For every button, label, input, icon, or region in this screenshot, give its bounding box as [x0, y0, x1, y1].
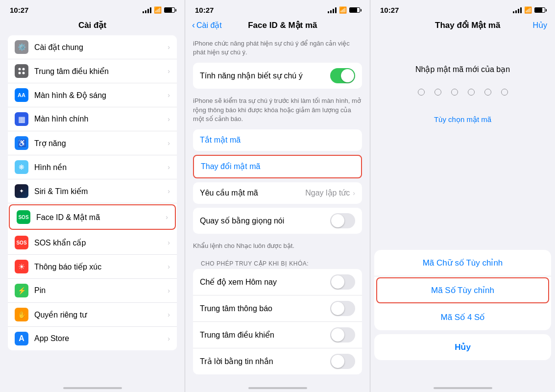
cancel-button[interactable]: Hủy [532, 21, 547, 30]
panel-faceid: 10:27 📶 ‹ Cài đặt Face ID & Mật mã iPhon… [185, 0, 370, 392]
faceid-nav-bar: ‹ Cài đặt Face ID & Mật mã [185, 17, 370, 35]
faceid-label: Face ID & Mật mã [36, 213, 166, 222]
allow-section: Chế độ xem Hôm nay Trung tâm thông báo T… [193, 269, 362, 374]
attention-desc: iPhone sẽ kiểm tra sự chú ý trước khi là… [185, 93, 370, 129]
settings-item-faceid[interactable]: SOS Face ID & Mật mã › [9, 204, 176, 230]
status-icons-2: 📶 [328, 6, 360, 14]
status-time-3: 10:27 [380, 6, 399, 14]
dot-5 [484, 89, 491, 96]
display-icon: AA [15, 88, 28, 102]
exposure-icon: ☀ [15, 260, 28, 273]
faceid-icon: SOS [17, 210, 30, 224]
sos-chevron: › [168, 239, 170, 246]
voice-dial-toggle[interactable] [330, 213, 355, 228]
status-bar-2: 10:27 📶 [185, 0, 370, 17]
status-icons-1: 📶 [143, 6, 175, 14]
back-button[interactable]: ‹ Cài đặt [192, 20, 222, 30]
settings-item-battery[interactable]: ⚡ Pin › [8, 279, 177, 303]
action-cancel-button[interactable]: Hủy [374, 334, 551, 360]
control-chevron: › [168, 67, 170, 75]
exposure-label: Thông báo tiếp xúc [34, 262, 168, 271]
siri-label: Siri & Tìm kiếm [34, 187, 168, 196]
appstore-label: App Store [34, 334, 168, 343]
dot-4 [468, 89, 475, 96]
status-bar-3: 10:27 📶 [370, 0, 555, 17]
signal-icon-1 [143, 7, 151, 13]
passcode-options-link[interactable]: Tùy chọn mật mã [370, 115, 555, 124]
voice-dial-item[interactable]: Quay số bằng giọng nói [193, 208, 362, 234]
passcode-nav: Thay đổi Mật mã Hủy [370, 17, 555, 35]
reply-item[interactable]: Trả lời bằng tin nhắn [193, 348, 362, 374]
settings-item-wallpaper[interactable]: ❋ Hình nền › [8, 155, 177, 179]
settings-item-general[interactable]: ⚙️ Cài đặt chung › [8, 35, 177, 59]
faceid-desc: iPhone chức năng phát hiện sự chú ý để n… [185, 35, 370, 63]
wifi-icon-1: 📶 [154, 6, 162, 14]
siri-chevron: › [168, 187, 170, 195]
settings-item-privacy[interactable]: ✋ Quyền riêng tư › [8, 303, 177, 327]
action-sheet-cancel-container: Hủy [374, 334, 551, 360]
change-passcode-label[interactable]: Thay đổi mật mã [201, 162, 260, 171]
turnoff-label[interactable]: Tắt mật mã [200, 135, 241, 145]
notif-toggle[interactable] [330, 301, 355, 316]
wallpaper-label: Hình nền [34, 163, 168, 172]
turnoff-item[interactable]: Tắt mật mã [193, 129, 362, 151]
settings-item-homescreen[interactable]: ▦ Màn hình chính › [8, 107, 177, 131]
control-toggle[interactable] [330, 327, 355, 343]
battery-icon-3 [534, 7, 545, 13]
passcode-nav-title: Thay đổi Mật mã [435, 20, 500, 30]
wifi-icon-3: 📶 [524, 6, 532, 14]
dot-2 [434, 89, 441, 96]
general-label: Cài đặt chung [34, 43, 168, 52]
accessibility-icon: ♿ [15, 136, 28, 150]
settings-item-display[interactable]: AA Màn hình & Độ sáng › [8, 83, 177, 107]
require-value: Ngay lập tức [305, 188, 350, 197]
display-chevron: › [168, 91, 170, 99]
settings-item-accessibility[interactable]: ♿ Trợ năng › [8, 131, 177, 155]
faceid-title: Face ID & Mật mã [222, 20, 343, 30]
status-bar-1: 10:27 📶 [0, 0, 185, 17]
privacy-label: Quyền riêng tư [34, 310, 168, 319]
signal-icon-2 [328, 7, 337, 13]
status-time-2: 10:27 [195, 6, 214, 14]
require-item[interactable]: Yêu cầu mật mã Ngay lập tức › [193, 182, 362, 204]
voice-note: Khẩu lệnh cho Nhạc luôn được bật. [185, 238, 370, 256]
control-item[interactable]: Trung tâm điều khiển [193, 322, 362, 348]
action-custom-num[interactable]: Mã Số Tùy chỉnh [376, 277, 549, 303]
siri-icon: ✦ [15, 184, 28, 198]
accessibility-label: Trợ năng [34, 139, 168, 148]
change-passcode-item[interactable]: Thay đổi mật mã [194, 156, 361, 177]
dot-6 [501, 89, 508, 96]
homescreen-chevron: › [168, 115, 170, 123]
dot-1 [418, 89, 425, 96]
appstore-chevron: › [168, 335, 170, 343]
today-toggle[interactable] [330, 274, 355, 290]
settings-section-main: ⚙️ Cài đặt chung › Trung tâm điều khiển … [8, 35, 177, 350]
battery-chevron: › [168, 287, 170, 294]
notif-item[interactable]: Trung tâm thông báo [193, 295, 362, 322]
action-4digit[interactable]: Mã Số 4 Số [374, 304, 551, 330]
today-item[interactable]: Chế độ xem Hôm nay [193, 269, 362, 295]
settings-item-exposure[interactable]: ☀ Thông báo tiếp xúc › [8, 255, 177, 279]
settings-item-control[interactable]: Trung tâm điều khiển › [8, 59, 177, 83]
page-title-1: Cài đặt [0, 17, 185, 35]
sos-icon: SOS [15, 236, 28, 249]
attention-section: Tính năng nhận biết sự chú ý [193, 63, 362, 89]
control-icon [15, 64, 28, 78]
signal-icon-3 [513, 7, 522, 13]
home-indicator-2 [185, 382, 370, 392]
reply-toggle[interactable] [330, 354, 355, 369]
attention-item[interactable]: Tính năng nhận biết sự chú ý [193, 63, 362, 89]
settings-item-appstore[interactable]: A App Store › [8, 327, 177, 350]
control-label: Trung tâm điều khiển [34, 67, 168, 76]
attention-toggle[interactable] [330, 68, 355, 83]
panel-settings: 10:27 📶 Cài đặt ⚙️ Cài đặt chung › [0, 0, 185, 392]
action-custom-alpha[interactable]: Mã Chữ số Tùy chỉnh [374, 250, 551, 276]
settings-item-siri[interactable]: ✦ Siri & Tìm kiếm › [8, 179, 177, 203]
panel-passcode: 10:27 📶 Thay đổi Mật mã Hủy Nhập mật mã … [370, 0, 555, 392]
settings-item-sos[interactable]: SOS SOS khẩn cấp › [8, 231, 177, 255]
home-indicator-1 [0, 382, 185, 392]
action-sheet: Mã Chữ số Tùy chỉnh Mã Số Tùy chỉnh Mã S… [374, 250, 551, 360]
wifi-icon-2: 📶 [339, 6, 347, 14]
passcode-prompt: Nhập mật mã mới của bạn [370, 65, 555, 74]
require-label: Yêu cầu mật mã [200, 188, 305, 197]
